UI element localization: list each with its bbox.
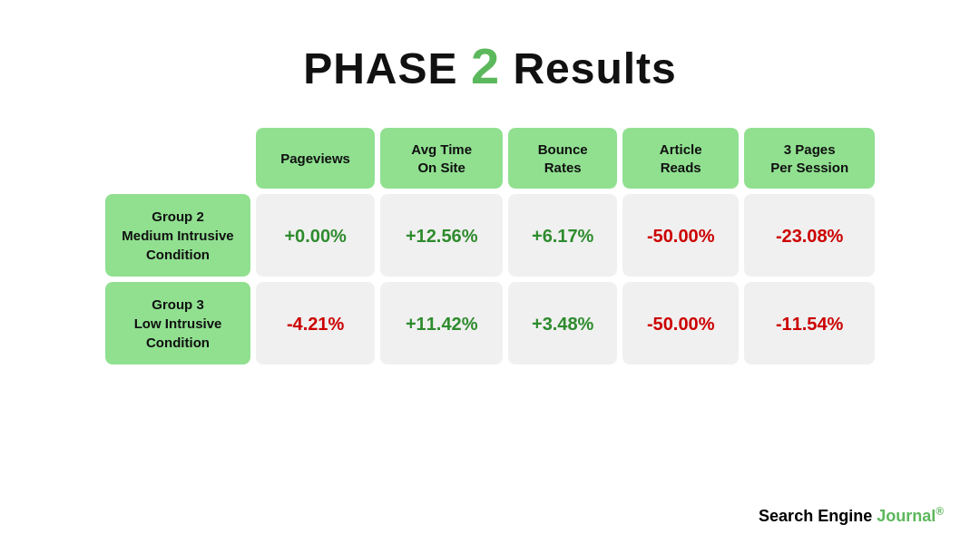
title-prefix: PHASE xyxy=(303,44,471,92)
group2-avg-time-val: +12.56% xyxy=(406,226,478,246)
group3-avg-time: +11.42% xyxy=(380,282,503,364)
title-suffix: Results xyxy=(500,44,677,92)
header-bounce-rates: BounceRates xyxy=(508,128,617,189)
brand-name-green: Journal xyxy=(877,507,936,525)
group2-pageviews: +0.00% xyxy=(256,194,375,277)
group3-pages-val: -11.54% xyxy=(776,314,844,334)
table-row: Group 2Medium IntrusiveCondition +0.00% … xyxy=(105,194,875,277)
data-table-wrapper: Pageviews Avg TimeOn Site BounceRates Ar… xyxy=(100,122,880,370)
header-article-reads: ArticleReads xyxy=(622,128,739,189)
group-low-label: Group 3Low IntrusiveCondition xyxy=(105,282,250,364)
group3-bounce-val: +3.48% xyxy=(532,314,593,334)
group2-pageviews-val: +0.00% xyxy=(284,226,346,246)
title-number: 2 xyxy=(471,37,500,94)
group2-pages-val: -23.08% xyxy=(776,226,844,246)
group2-bounce: +6.17% xyxy=(508,194,617,277)
header-pages-per-session: 3 PagesPer Session xyxy=(744,128,875,189)
group2-bounce-val: +6.17% xyxy=(532,226,593,246)
group2-pages: -23.08% xyxy=(744,194,875,277)
group2-article: -50.00% xyxy=(622,194,739,277)
page-title: PHASE 2 Results xyxy=(303,36,677,95)
trademark-symbol: ® xyxy=(936,505,944,518)
empty-header xyxy=(105,128,250,189)
brand-footer: Search Engine Journal® xyxy=(759,505,944,526)
group3-bounce: +3.48% xyxy=(508,282,617,364)
group3-avg-time-val: +11.42% xyxy=(406,314,478,334)
group3-pages: -11.54% xyxy=(744,282,875,364)
group3-article-val: -50.00% xyxy=(647,314,715,334)
brand-name-black: Search Engine xyxy=(759,507,877,525)
group2-avg-time: +12.56% xyxy=(380,194,503,277)
group3-pageviews: -4.21% xyxy=(256,282,375,364)
group-medium-label: Group 2Medium IntrusiveCondition xyxy=(105,194,250,277)
table-row: Group 3Low IntrusiveCondition -4.21% +11… xyxy=(105,282,875,364)
header-pageviews: Pageviews xyxy=(256,128,375,189)
group2-article-val: -50.00% xyxy=(647,226,715,246)
group3-pageviews-val: -4.21% xyxy=(287,314,344,334)
results-table: Pageviews Avg TimeOn Site BounceRates Ar… xyxy=(100,122,880,370)
group3-article: -50.00% xyxy=(622,282,739,364)
header-avg-time: Avg TimeOn Site xyxy=(380,128,503,189)
